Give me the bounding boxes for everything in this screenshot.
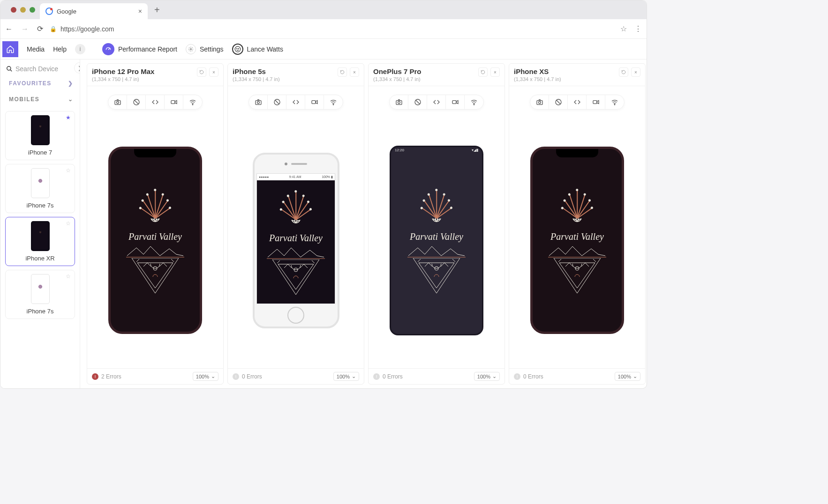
zoom-select[interactable]: 100%⌄: [193, 372, 218, 381]
device-card[interactable]: ☆ iPhone XR: [5, 217, 75, 266]
performance-report-label: Performance Report: [118, 45, 177, 53]
svg-point-21: [474, 104, 474, 105]
url-text: https://google.com: [60, 25, 114, 33]
zoom-value: 100%: [618, 374, 631, 379]
avatar-icon: [232, 44, 243, 55]
mountains-icon: [406, 244, 467, 258]
device-card[interactable]: ★ iPhone 7: [5, 111, 75, 160]
record-button[interactable]: [165, 95, 183, 109]
screenshot-button[interactable]: [249, 95, 268, 109]
screenshot-button[interactable]: [530, 95, 549, 109]
maximize-window-icon[interactable]: [30, 7, 35, 13]
wallpaper-logo: Parvati Valley: [547, 185, 608, 296]
screenshot-button[interactable]: [108, 95, 127, 109]
block-button[interactable]: [268, 95, 286, 109]
minimize-window-icon[interactable]: [20, 7, 26, 13]
zoom-select[interactable]: 100%⌄: [615, 372, 640, 381]
devtools-button[interactable]: [427, 95, 446, 109]
bookmark-star-icon[interactable]: ☆: [620, 24, 627, 33]
search-device[interactable]: Search Device: [4, 62, 76, 75]
back-icon[interactable]: ←: [5, 25, 13, 33]
info-pill-icon[interactable]: i: [75, 44, 85, 54]
close-panel-button[interactable]: ×: [631, 67, 640, 77]
devtools-button[interactable]: [286, 95, 305, 109]
close-panel-button[interactable]: ×: [490, 67, 500, 77]
record-button[interactable]: [587, 95, 605, 109]
close-panel-button[interactable]: ×: [350, 67, 359, 77]
screenshot-button[interactable]: [390, 95, 408, 109]
devtools-button[interactable]: [146, 95, 165, 109]
favourite-star-icon[interactable]: ☆: [66, 220, 71, 227]
settings-button[interactable]: Settings: [186, 44, 224, 54]
network-button[interactable]: [324, 95, 343, 109]
url-field[interactable]: 🔒 https://google.com: [50, 25, 614, 33]
favourite-star-icon[interactable]: ★: [66, 114, 71, 121]
device-label: iPhone 7s: [27, 202, 54, 209]
rays-icon: [408, 185, 465, 218]
svg-point-3: [238, 48, 239, 49]
new-tab-button[interactable]: +: [148, 5, 166, 15]
close-tab-icon[interactable]: ×: [138, 7, 142, 15]
rotate-button[interactable]: [619, 67, 628, 77]
device-card[interactable]: ☆ iPhone 7s: [5, 270, 75, 319]
devtools-button[interactable]: [568, 95, 587, 109]
home-button-ring[interactable]: [287, 307, 304, 324]
forward-icon[interactable]: →: [21, 25, 29, 33]
camera-icon: [395, 98, 403, 106]
rotate-button[interactable]: [338, 67, 347, 77]
rotate-button[interactable]: [197, 67, 206, 77]
home-icon: [6, 45, 15, 53]
favourite-star-icon[interactable]: ☆: [66, 273, 71, 280]
status-bar: ●●●●●9:41 AM100% ▮: [257, 174, 335, 180]
panel-header: OnePlus 7 Pro (1,334 x 750 | 4.7 in) ×: [369, 64, 504, 86]
network-button[interactable]: [605, 95, 624, 109]
wallpaper-brand: Parvati Valley: [410, 231, 463, 242]
block-button[interactable]: [549, 95, 568, 109]
triangle-emblem-icon: [408, 258, 465, 296]
wallpaper-brand: Parvati Valley: [550, 231, 604, 242]
device-label: iPhone 7s: [27, 308, 54, 315]
sidebar-group-favourites[interactable]: FAVOURITES ❯: [4, 75, 76, 91]
rotate-button[interactable]: [478, 67, 488, 77]
zoom-value: 100%: [477, 374, 490, 379]
browser-tab[interactable]: Google ×: [40, 3, 148, 19]
menu-media[interactable]: Media: [27, 45, 45, 53]
svg-point-12: [257, 101, 259, 104]
device-list: ★ iPhone 7 ☆ iPhone 7s ☆ iPhone XR ☆ iPh…: [4, 111, 76, 319]
error-badge-icon: !: [373, 373, 380, 380]
gauge-icon: [102, 43, 114, 55]
sensor-icon: [285, 163, 287, 165]
zoom-select[interactable]: 100%⌄: [474, 372, 500, 381]
phone-screen[interactable]: ●●●●●9:41 AM100% ▮ Parvati Valley: [256, 173, 335, 304]
close-panel-button[interactable]: ×: [209, 67, 218, 77]
network-button[interactable]: [465, 95, 483, 109]
close-window-icon[interactable]: [11, 7, 16, 13]
zoom-select[interactable]: 100%⌄: [333, 372, 359, 381]
device-panel: iPhone 12 Pro Max (1,334 x 750 | 4.7 in)…: [87, 63, 224, 385]
menu-help[interactable]: Help: [53, 45, 67, 53]
wifi-icon: [470, 98, 478, 106]
sidebar-group-mobiles[interactable]: MOBILES ⌄: [4, 91, 76, 107]
record-button[interactable]: [446, 95, 465, 109]
block-button[interactable]: [127, 95, 146, 109]
home-button[interactable]: [2, 41, 18, 57]
block-button[interactable]: [408, 95, 427, 109]
performance-report-button[interactable]: Performance Report: [102, 43, 177, 55]
wallpaper-logo: Parvati Valley: [265, 187, 326, 297]
favourites-label: FAVOURITES: [9, 80, 52, 87]
record-button[interactable]: [305, 95, 324, 109]
favourite-star-icon[interactable]: ☆: [66, 167, 71, 174]
google-favicon-icon: [45, 7, 53, 15]
error-badge-icon: !: [233, 373, 239, 380]
device-toolbar: [87, 95, 223, 110]
device-card[interactable]: ☆ iPhone 7s: [5, 164, 75, 213]
wallpaper-brand: Parvati Valley: [269, 233, 323, 244]
reload-icon[interactable]: ⟳: [37, 24, 43, 33]
rotate-icon: [621, 70, 626, 74]
panel-subtitle: (1,334 x 750 | 4.7 in): [92, 76, 154, 82]
network-button[interactable]: [183, 95, 202, 109]
user-menu[interactable]: Lance Watts: [232, 44, 283, 55]
chevron-down-icon: ⌄: [633, 373, 637, 379]
browser-menu-icon[interactable]: ⋮: [634, 24, 642, 33]
window-controls[interactable]: [6, 7, 40, 13]
